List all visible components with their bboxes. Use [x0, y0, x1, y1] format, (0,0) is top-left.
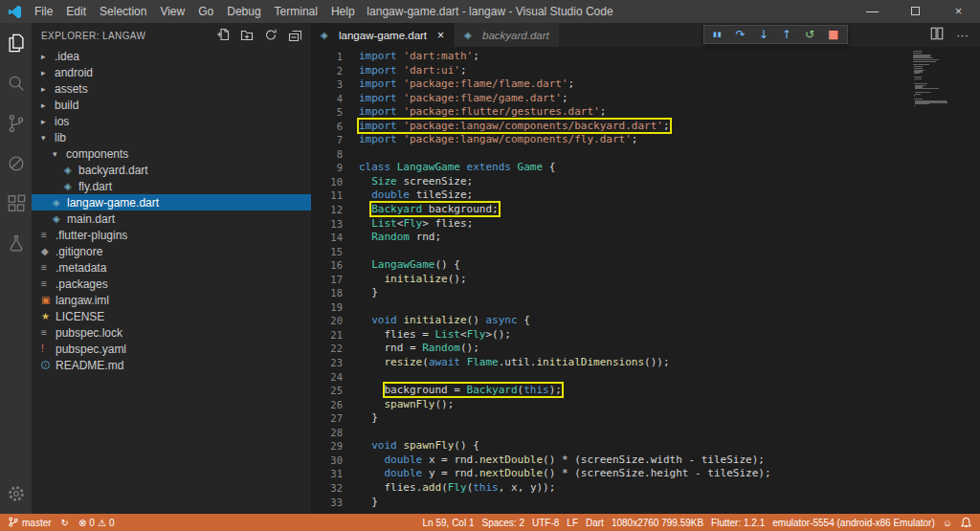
- explorer-icon[interactable]: [4, 31, 29, 55]
- code-line-20[interactable]: 20 void initialize() async {: [311, 314, 980, 328]
- minimize-button[interactable]: —: [851, 0, 894, 23]
- tree-item-langaw-iml[interactable]: ▣langaw.iml: [32, 292, 311, 308]
- menu-selection[interactable]: Selection: [93, 0, 153, 23]
- tree-item--gitignore[interactable]: ◆.gitignore: [32, 243, 311, 259]
- tree-item-ios[interactable]: ▸ios: [32, 113, 311, 129]
- tree-item-assets[interactable]: ▸assets: [32, 80, 311, 97]
- code-line-18[interactable]: 18 }: [311, 286, 980, 300]
- code-line-7[interactable]: 7import 'package:langaw/components/fly.d…: [311, 133, 980, 147]
- tree-item--metadata[interactable]: ≡.metadata: [32, 259, 311, 276]
- code-line-12[interactable]: 12 Backyard background;: [311, 203, 980, 217]
- device-size[interactable]: 1080x2760 799.59KB: [612, 518, 703, 528]
- flutter-version[interactable]: Flutter: 1.2.1: [711, 518, 765, 528]
- code-line-13[interactable]: 13 List<Fly> flies;: [311, 217, 980, 232]
- problems-indicator[interactable]: ⊗ 0 ⚠ 0: [78, 518, 114, 528]
- refresh-icon[interactable]: [264, 28, 278, 43]
- menu-edit[interactable]: Edit: [59, 0, 93, 23]
- menu-terminal[interactable]: Terminal: [268, 0, 324, 23]
- code-line-5[interactable]: 5import 'package:flutter/gestures.dart';: [311, 105, 980, 120]
- indentation[interactable]: Spaces: 2: [482, 518, 524, 528]
- code-line-22[interactable]: 22 rnd = Random();: [311, 342, 980, 356]
- menu-help[interactable]: Help: [324, 0, 362, 23]
- code-editor[interactable]: 1import 'dart:math';2import 'dart:ui';3i…: [311, 47, 980, 514]
- code-line-27[interactable]: 27 }: [311, 411, 980, 426]
- debug-device[interactable]: emulator-5554 (android-x86 Emulator): [772, 518, 935, 528]
- code-line-23[interactable]: 23 resize(await Flame.util.initialDimens…: [311, 356, 980, 370]
- cursor-position[interactable]: Ln 59, Col 1: [423, 518, 475, 528]
- pause-icon[interactable]: ▮▮: [713, 26, 723, 43]
- source-control-icon[interactable]: [4, 111, 29, 136]
- step-out-icon[interactable]: ↑: [782, 26, 791, 43]
- code-line-32[interactable]: 32 flies.add(Fly(this, x, y));: [311, 481, 980, 496]
- test-flask-icon[interactable]: [4, 232, 29, 256]
- search-icon[interactable]: [4, 71, 29, 96]
- tree-item-pubspec-yaml[interactable]: !pubspec.yaml: [32, 341, 311, 357]
- encoding[interactable]: UTF-8: [532, 518, 559, 528]
- code-line-24[interactable]: 24: [311, 370, 980, 385]
- code-line-29[interactable]: 29 void spawnFly() {: [311, 439, 980, 454]
- code-line-6[interactable]: 6import 'package:langaw/components/backy…: [311, 120, 980, 134]
- maximize-button[interactable]: [894, 0, 937, 23]
- more-actions-icon[interactable]: ···: [956, 28, 969, 42]
- step-over-icon[interactable]: ↷: [736, 26, 746, 43]
- tree-item-android[interactable]: ▸android: [32, 64, 311, 80]
- code-line-14[interactable]: 14 Random rnd;: [311, 231, 980, 245]
- tree-item-components[interactable]: ▾components: [32, 145, 311, 162]
- code-line-10[interactable]: 10 Size screenSize;: [311, 175, 980, 189]
- menu-view[interactable]: View: [153, 0, 191, 23]
- code-line-25[interactable]: 25 background = Backyard(this);: [311, 384, 980, 398]
- code-line-30[interactable]: 30 double x = rnd.nextDouble() * (screen…: [311, 454, 980, 468]
- tree-item--idea[interactable]: ▸.idea: [32, 48, 311, 64]
- stop-icon[interactable]: ■: [828, 26, 838, 43]
- sync-button[interactable]: ↻: [61, 518, 69, 528]
- close-button[interactable]: ×: [937, 0, 980, 23]
- tree-item-backyard-dart[interactable]: ◈backyard.dart: [32, 162, 311, 178]
- tree-item-lib[interactable]: ▾lib: [32, 129, 311, 145]
- tree-item--flutter-plugins[interactable]: ≡.flutter-plugins: [32, 227, 311, 243]
- code-line-28[interactable]: 28: [311, 426, 980, 440]
- tree-item-main-dart[interactable]: ◈main.dart: [32, 210, 311, 227]
- debug-icon[interactable]: [4, 151, 29, 176]
- code-line-8[interactable]: 8: [311, 147, 980, 162]
- code-line-33[interactable]: 33 }: [311, 496, 980, 510]
- tree-item-readme-md[interactable]: iREADME.md: [32, 357, 311, 373]
- menu-file[interactable]: File: [28, 0, 59, 23]
- tree-item-build[interactable]: ▸build: [32, 97, 311, 113]
- tree-item-langaw-game-dart[interactable]: ◈langaw-game.dart: [32, 194, 311, 210]
- code-line-4[interactable]: 4import 'package:flame/game.dart';: [311, 92, 980, 106]
- extensions-icon[interactable]: [4, 191, 29, 216]
- code-line-26[interactable]: 26 spawnFly();: [311, 398, 980, 412]
- code-line-9[interactable]: 9class LangawGame extends Game {: [311, 161, 980, 175]
- collapse-all-icon[interactable]: [288, 28, 301, 43]
- code-line-3[interactable]: 3import 'package:flame/flame.dart';: [311, 77, 980, 92]
- feedback-smiley-icon[interactable]: ☺: [943, 518, 952, 528]
- code-line-11[interactable]: 11 double tileSize;: [311, 188, 980, 203]
- tree-item-license[interactable]: ★LICENSE: [32, 308, 311, 324]
- new-file-icon[interactable]: [216, 28, 230, 43]
- code-line-16[interactable]: 16 LangawGame() {: [311, 258, 980, 273]
- split-editor-icon[interactable]: [929, 26, 945, 44]
- step-into-icon[interactable]: ↓: [759, 26, 768, 43]
- code-line-17[interactable]: 17 initialize();: [311, 273, 980, 287]
- notifications-bell-icon[interactable]: [960, 517, 972, 529]
- code-line-15[interactable]: 15: [311, 245, 980, 259]
- language-mode[interactable]: Dart: [586, 518, 604, 528]
- tree-item--packages[interactable]: ≡.packages: [32, 276, 311, 292]
- minimap[interactable]: [913, 51, 969, 107]
- restart-icon[interactable]: ↺: [805, 26, 814, 43]
- code-line-2[interactable]: 2import 'dart:ui';: [311, 64, 980, 78]
- menu-go[interactable]: Go: [191, 0, 220, 23]
- close-tab-icon[interactable]: ×: [437, 29, 444, 42]
- eol[interactable]: LF: [567, 518, 578, 528]
- tree-item-pubspec-lock[interactable]: ≡pubspec.lock: [32, 324, 311, 341]
- tab-backyard-dart[interactable]: ◈backyard.dart: [455, 23, 560, 47]
- code-line-1[interactable]: 1import 'dart:math';: [311, 50, 980, 64]
- git-branch-indicator[interactable]: master: [8, 516, 52, 530]
- settings-gear-icon[interactable]: [4, 481, 29, 506]
- menu-debug[interactable]: Debug: [220, 0, 267, 23]
- code-line-21[interactable]: 21 flies = List<Fly>();: [311, 328, 980, 343]
- tree-item-fly-dart[interactable]: ◈fly.dart: [32, 178, 311, 194]
- new-folder-icon[interactable]: [240, 28, 254, 43]
- tab-langaw-game-dart[interactable]: ◈langaw-game.dart×: [311, 23, 455, 47]
- code-line-19[interactable]: 19: [311, 300, 980, 315]
